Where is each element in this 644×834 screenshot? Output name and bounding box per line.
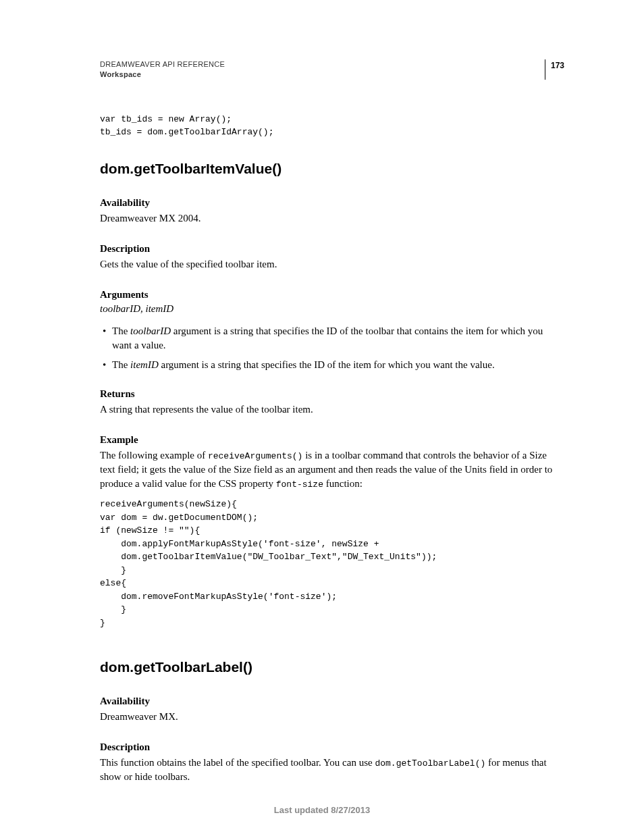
page-footer: Last updated 8/27/2013: [0, 805, 644, 815]
example-text: The following example of: [100, 450, 208, 461]
argument-name: toolbarID: [130, 325, 171, 336]
returns-text: A string that represents the value of th…: [100, 402, 564, 417]
description-text: This function obtains the label of the s…: [100, 756, 564, 784]
running-header: DREAMWEAVER API REFERENCE Workspace 173: [100, 59, 564, 80]
description-text: Gets the value of the specified toolbar …: [100, 257, 564, 271]
code-block-top: var tb_ids = new Array(); tb_ids = dom.g…: [100, 113, 564, 139]
bullet-text: The: [112, 359, 130, 370]
bullet-text: argument is a string that specifies the …: [159, 359, 495, 370]
code-block-example: receiveArguments(newSize){ var dom = dw.…: [100, 498, 564, 629]
bullet-text: argument is a string that specifies the …: [112, 325, 543, 350]
chapter-title: Workspace: [100, 70, 545, 80]
arguments-label: Arguments: [100, 289, 564, 301]
example-text: function:: [323, 478, 363, 489]
doc-title: DREAMWEAVER API REFERENCE: [100, 59, 545, 70]
argument-name: itemID: [130, 359, 159, 370]
availability-label: Availability: [100, 197, 564, 209]
bullet-text: The: [112, 325, 130, 336]
example-intro: The following example of receiveArgument…: [100, 448, 564, 491]
description-label: Description: [100, 741, 564, 753]
arguments-list: The toolbarID argument is a string that …: [100, 324, 564, 372]
description-text-part: This function obtains the label of the s…: [100, 757, 375, 768]
argument-item-toolbarid: The toolbarID argument is a string that …: [100, 324, 564, 353]
api-heading-gettoolbarlabel: dom.getToolbarLabel(): [100, 659, 564, 675]
arguments-signature: toolbarID, itemID: [100, 303, 564, 315]
returns-label: Returns: [100, 388, 564, 400]
inline-code: font-size: [276, 479, 323, 490]
availability-label: Availability: [100, 696, 564, 707]
description-label: Description: [100, 243, 564, 255]
inline-code: receiveArguments(): [208, 451, 302, 461]
example-label: Example: [100, 434, 564, 446]
availability-text: Dreamweaver MX.: [100, 710, 564, 724]
api-heading-gettoolbaritemvalue: dom.getToolbarItemValue(): [100, 161, 564, 177]
argument-item-itemid: The itemID argument is a string that spe…: [100, 358, 564, 372]
page-number: 173: [545, 59, 564, 80]
inline-code: dom.getToolbarLabel(): [375, 758, 485, 768]
availability-text: Dreamweaver MX 2004.: [100, 211, 564, 226]
